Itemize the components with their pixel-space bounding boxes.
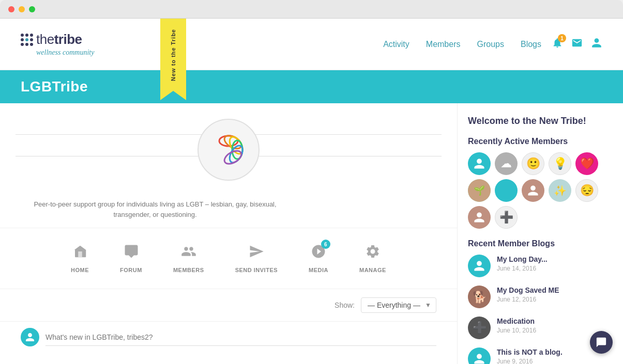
group-logo-svg bbox=[205, 126, 252, 173]
group-avatar[interactable] bbox=[197, 119, 260, 181]
home-label: HOME bbox=[71, 267, 89, 273]
nav-groups[interactable]: Groups bbox=[477, 40, 504, 49]
nav-members[interactable]: Members bbox=[426, 40, 461, 49]
blog-item-2: 🐕 My Dog Saved ME June 12, 2016 bbox=[468, 286, 613, 308]
right-sidebar: Welcome to the New Tribe! Recently Activ… bbox=[458, 103, 623, 364]
member-avatar-2[interactable]: ☁ bbox=[495, 152, 518, 175]
nav-links: Activity Members Groups Blogs bbox=[383, 40, 541, 49]
blog-avatar-3[interactable]: ➕ bbox=[468, 316, 491, 339]
logo-prefix: the bbox=[36, 31, 54, 47]
page-wrapper: thetribe wellness community Activity Mem… bbox=[0, 19, 623, 364]
group-header bbox=[0, 103, 457, 191]
blog-title-1[interactable]: My Long Day... bbox=[497, 255, 548, 263]
member-avatar-8[interactable] bbox=[522, 179, 544, 202]
logo-bold: tribe bbox=[54, 31, 82, 47]
chat-bubble[interactable] bbox=[590, 331, 613, 354]
blog-title-2[interactable]: My Dog Saved ME bbox=[497, 286, 559, 294]
notification-count: 1 bbox=[558, 34, 566, 42]
activity-input-area bbox=[0, 321, 457, 353]
home-icon bbox=[72, 244, 88, 263]
blog-avatar-2[interactable]: 🐕 bbox=[468, 286, 491, 308]
icon-nav-home[interactable]: HOME bbox=[55, 239, 104, 278]
send-invites-label: SEND INVITES bbox=[235, 267, 278, 273]
blog-item-1: My Long Day... June 14, 2016 bbox=[468, 255, 613, 277]
activity-input-field[interactable] bbox=[45, 329, 436, 346]
icon-nav-forum[interactable]: FORUM bbox=[104, 239, 158, 278]
everything-select-wrapper: — Everything — Updates Posts Comments ▼ bbox=[361, 297, 436, 313]
svg-point-5 bbox=[222, 148, 244, 166]
browser-minimize-dot[interactable] bbox=[19, 6, 25, 12]
blog-item-4: This is NOT a blog. June 9, 2016 bbox=[468, 347, 613, 364]
browser-chrome bbox=[0, 0, 623, 19]
messages-button[interactable] bbox=[571, 37, 583, 51]
icon-nav-members[interactable]: MEMBERS bbox=[158, 239, 220, 278]
manage-icon bbox=[365, 244, 381, 263]
member-avatar-7[interactable] bbox=[495, 179, 518, 202]
blog-info-1: My Long Day... June 14, 2016 bbox=[497, 255, 613, 272]
logo-text: thetribe bbox=[36, 31, 82, 48]
media-badge: 6 bbox=[321, 240, 330, 249]
user-icon bbox=[591, 37, 602, 49]
blog-date-1: June 14, 2016 bbox=[497, 265, 613, 272]
show-label: Show: bbox=[335, 301, 355, 309]
divider-right bbox=[254, 134, 442, 135]
logo-tagline: wellness community bbox=[36, 49, 94, 57]
blog-avatar-1[interactable] bbox=[468, 255, 491, 277]
logo-top: thetribe bbox=[21, 31, 82, 48]
blogs-title: Recent Member Blogs bbox=[468, 239, 613, 248]
members-label: MEMBERS bbox=[173, 267, 204, 273]
members-icon bbox=[181, 244, 196, 263]
active-members-title: Recently Active Members bbox=[468, 137, 613, 146]
icon-nav-media[interactable]: 6 MEDIA bbox=[293, 239, 344, 278]
browser-maximize-dot[interactable] bbox=[29, 6, 35, 12]
ribbon-point bbox=[160, 91, 186, 100]
member-avatar-9[interactable]: ✨ bbox=[549, 179, 571, 202]
media-icon: 6 bbox=[311, 244, 326, 263]
svg-text:🐕: 🐕 bbox=[473, 290, 487, 304]
send-icon bbox=[249, 244, 264, 263]
blog-title-3[interactable]: Medication bbox=[497, 317, 535, 325]
member-avatar-3[interactable]: 🙂 bbox=[522, 152, 544, 175]
blog-item-3: ➕ Medication June 10, 2016 bbox=[468, 316, 613, 339]
nav-bar: thetribe wellness community Activity Mem… bbox=[0, 19, 623, 70]
logo-area: thetribe wellness community bbox=[21, 31, 94, 57]
group-description: Peer-to-peer support group for individua… bbox=[0, 191, 310, 228]
icon-nav: HOME FORUM MEMBERS bbox=[0, 228, 457, 289]
nav-blogs[interactable]: Blogs bbox=[521, 40, 541, 49]
blog-info-2: My Dog Saved ME June 12, 2016 bbox=[497, 286, 613, 303]
member-avatars-grid: ☁ 🙂 💡 ❤️ 🌱 ✨ 😔 ➕ bbox=[468, 152, 613, 229]
left-content: Peer-to-peer support group for individua… bbox=[0, 103, 458, 364]
nav-activity[interactable]: Activity bbox=[383, 40, 409, 49]
member-avatar-1[interactable] bbox=[468, 152, 491, 175]
svg-text:🌱: 🌱 bbox=[474, 185, 485, 196]
profile-button[interactable] bbox=[591, 37, 602, 51]
blog-title-4[interactable]: This is NOT a blog. bbox=[497, 348, 563, 356]
icon-nav-send-invites[interactable]: SEND INVITES bbox=[220, 239, 293, 278]
notification-button[interactable]: 1 bbox=[552, 37, 563, 51]
icon-nav-manage[interactable]: MANAGE bbox=[344, 239, 402, 278]
member-avatar-5[interactable]: ❤️ bbox=[575, 152, 598, 175]
blog-avatar-4[interactable] bbox=[468, 347, 491, 364]
media-label: MEDIA bbox=[309, 267, 328, 273]
group-title: LGBTribe bbox=[21, 78, 602, 95]
divider-left bbox=[16, 134, 203, 135]
browser-close-dot[interactable] bbox=[8, 6, 14, 12]
welcome-title: Welcome to the New Tribe! bbox=[468, 116, 613, 126]
member-avatar-11[interactable] bbox=[468, 206, 491, 229]
ribbon-text: New to the Tribe bbox=[170, 29, 176, 81]
member-avatar-6[interactable]: 🌱 bbox=[468, 179, 491, 202]
everything-select[interactable]: — Everything — Updates Posts Comments bbox=[361, 297, 436, 313]
ribbon-container: New to the Tribe bbox=[160, 19, 186, 100]
logo-dots bbox=[21, 34, 33, 46]
show-filter: Show: — Everything — Updates Posts Comme… bbox=[0, 289, 457, 321]
chat-icon bbox=[596, 337, 607, 348]
member-avatar-4[interactable]: 💡 bbox=[549, 152, 571, 175]
member-avatar-12[interactable]: ➕ bbox=[495, 206, 518, 229]
member-avatar-10[interactable]: 😔 bbox=[575, 179, 598, 202]
ribbon-body[interactable]: New to the Tribe bbox=[160, 19, 186, 91]
manage-label: MANAGE bbox=[359, 267, 386, 273]
mail-icon bbox=[571, 37, 583, 49]
hero-banner: LGBTribe bbox=[0, 70, 623, 103]
user-avatar bbox=[21, 328, 39, 346]
blog-date-2: June 12, 2016 bbox=[497, 296, 613, 303]
